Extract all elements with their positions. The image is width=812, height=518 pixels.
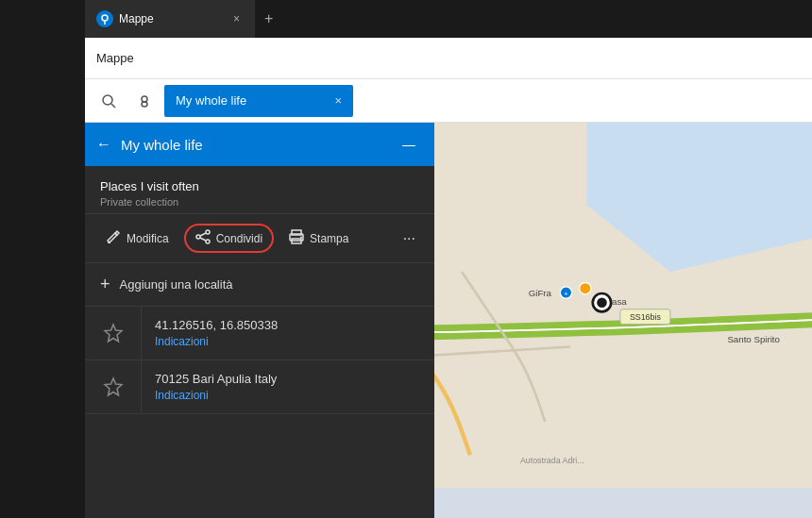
- places-btn[interactable]: [128, 85, 161, 117]
- app-header: Mappe: [85, 38, 812, 79]
- svg-marker-30: [105, 378, 122, 395]
- panel-actions: Modifica Condividi: [85, 214, 434, 263]
- panel-header: ← My whole life —: [85, 123, 434, 166]
- panel-title: My whole life: [121, 137, 385, 153]
- modifica-label: Modifica: [127, 232, 169, 245]
- stampa-btn[interactable]: Stampa: [279, 224, 358, 253]
- search-tab[interactable]: My whole life ×: [164, 85, 353, 117]
- taskbar: Mappe × +: [0, 0, 812, 38]
- svg-point-20: [206, 230, 210, 234]
- modifica-btn[interactable]: Modifica: [96, 224, 178, 253]
- location-item[interactable]: 70125 Bari Apulia Italy Indicazioni: [85, 360, 434, 414]
- svg-text:GiFra: GiFra: [529, 289, 552, 299]
- modifica-icon: [106, 229, 121, 247]
- more-actions-btn[interactable]: ···: [396, 225, 423, 253]
- svg-text:Santo Spirito: Santo Spirito: [727, 334, 780, 344]
- taskbar-new-tab-btn[interactable]: +: [255, 10, 282, 27]
- condividi-btn[interactable]: Condividi: [184, 224, 274, 253]
- location-item[interactable]: 41.126516, 16.850338 Indicazioni: [85, 307, 434, 360]
- search-btn[interactable]: [93, 85, 125, 117]
- location-info-2: 70125 Bari Apulia Italy Indicazioni: [142, 360, 434, 413]
- search-row: My whole life ×: [85, 79, 812, 123]
- search-tab-close-btn[interactable]: ×: [334, 93, 342, 108]
- mappe-app-icon: [96, 10, 113, 27]
- side-nav: [0, 38, 85, 518]
- svg-line-23: [200, 233, 206, 236]
- svg-point-17: [597, 297, 607, 308]
- panel-subtitle: Places I visit often: [100, 179, 419, 193]
- stampa-label: Stampa: [310, 232, 348, 245]
- svg-text:SS16bis: SS16bis: [630, 312, 661, 322]
- app-header-title: Mappe: [96, 51, 134, 65]
- svg-point-2: [103, 95, 112, 105]
- app-window: Mappe My whole life ×: [85, 38, 812, 518]
- svg-marker-29: [105, 325, 122, 342]
- location-star-1[interactable]: [85, 307, 142, 359]
- location-info-1: 41.126516, 16.850338 Indicazioni: [142, 307, 434, 359]
- stampa-icon: [289, 229, 304, 247]
- taskbar-app-title: Mappe: [119, 12, 224, 25]
- location-coords-1: 41.126516, 16.850338: [155, 318, 421, 332]
- svg-text:+: +: [564, 290, 568, 298]
- panel-subtitle-section: Places I visit often Private collection: [85, 166, 434, 214]
- add-location-row[interactable]: + Aggiungi una località: [85, 263, 434, 307]
- panel-minimize-btn[interactable]: —: [395, 133, 423, 156]
- svg-line-24: [200, 238, 206, 241]
- add-location-label: Aggiungi una località: [120, 277, 233, 292]
- svg-point-22: [196, 235, 200, 239]
- panel-private-label: Private collection: [100, 196, 419, 208]
- location-link-2[interactable]: Indicazioni: [155, 389, 421, 402]
- svg-point-15: [580, 282, 591, 293]
- svg-text:Autostrada Adri...: Autostrada Adri...: [520, 456, 584, 465]
- svg-point-0: [102, 15, 108, 21]
- location-star-2[interactable]: [85, 360, 142, 413]
- taskbar-app-mappe[interactable]: Mappe ×: [85, 0, 255, 38]
- svg-line-3: [111, 104, 115, 108]
- panel-back-btn[interactable]: ←: [96, 136, 111, 153]
- location-coords-2: 70125 Bari Apulia Italy: [155, 372, 421, 386]
- svg-text:asa: asa: [612, 296, 627, 307]
- add-location-icon: +: [100, 275, 110, 294]
- svg-point-28: [300, 237, 302, 239]
- location-link-1[interactable]: Indicazioni: [155, 335, 421, 348]
- taskbar-close-btn[interactable]: ×: [229, 10, 244, 27]
- side-panel: ← My whole life — Places I visit often P…: [85, 123, 434, 518]
- svg-point-4: [142, 96, 147, 102]
- location-list: 41.126516, 16.850338 Indicazioni 70125 B…: [85, 307, 434, 518]
- condividi-icon: [195, 229, 211, 247]
- condividi-label: Condividi: [216, 232, 262, 245]
- svg-point-21: [206, 240, 210, 243]
- search-tab-label: My whole life: [176, 93, 246, 108]
